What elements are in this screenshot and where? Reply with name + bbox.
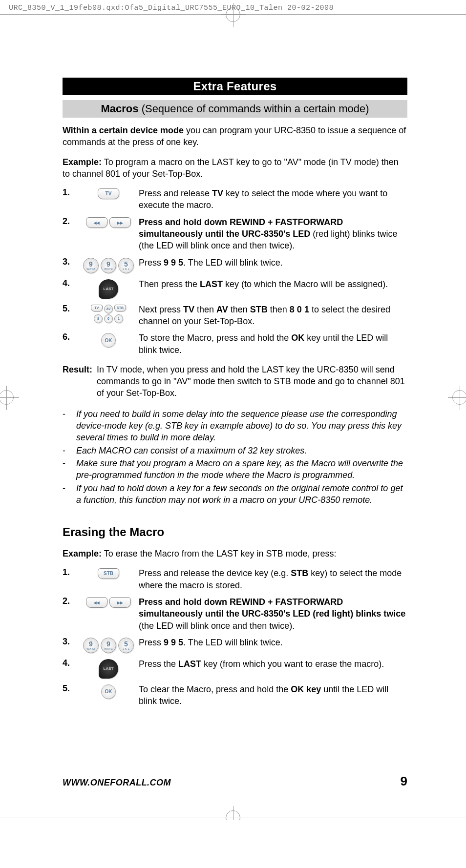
step-row: 4. LAST Then press the LAST key (to whic… xyxy=(63,278,407,299)
section-title-bar: Extra Features xyxy=(63,78,407,95)
example-paragraph: Example: To program a macro on the LAST … xyxy=(63,156,407,180)
footer-url: WWW.ONEFORALL.COM xyxy=(63,778,171,788)
digit-9-key-icon: 9WXYZ xyxy=(83,258,99,273)
page-footer: WWW.ONEFORALL.COM 9 xyxy=(0,735,466,799)
step-text: Press and hold down REWIND + FASTFORWARD… xyxy=(139,596,407,632)
digit-0-key-icon: 0 xyxy=(104,314,113,323)
step-text: Press 9 9 5. The LED will blink twice. xyxy=(139,637,407,653)
step-text: Press 9 9 5. The LED will blink twice. xyxy=(139,257,407,273)
last-key-icon: LAST xyxy=(99,279,118,299)
registration-mark-icon xyxy=(452,390,466,405)
intro-bold: Within a certain device mode xyxy=(63,125,184,135)
note-text: Make sure that you program a Macro on a … xyxy=(76,457,407,481)
step-number: 3. xyxy=(63,257,78,273)
crop-marks-bottom xyxy=(0,799,466,818)
step-number: 2. xyxy=(63,216,78,252)
erase-steps-list: 1. STB Press and release the device key … xyxy=(63,567,407,707)
step-text: To clear the Macro, press and hold the O… xyxy=(139,683,407,707)
note-item: - If you need to build in some delay int… xyxy=(63,408,407,444)
note-text: Each MACRO can consist of a maximum of 3… xyxy=(76,445,307,456)
step-row: 4. LAST Press the LAST key (from which y… xyxy=(63,658,407,679)
erase-heading: Erasing the Macro xyxy=(63,525,407,539)
step-row: 6. OK To store the Macro, press and hold… xyxy=(63,332,407,356)
step-text: Press and release TV key to select the m… xyxy=(139,187,407,211)
step-number: 3. xyxy=(63,637,78,653)
step-row: 5. TV AV STB 8 0 1 Next press TV then AV… xyxy=(63,304,407,328)
step-row: 1. TV Press and release TV key to select… xyxy=(63,187,407,211)
step-number: 5. xyxy=(63,683,78,707)
last-key-icon: LAST xyxy=(99,659,118,679)
subsection-rest: (Sequence of commands within a certain m… xyxy=(139,103,369,115)
page-body: Extra Features Macros (Sequence of comma… xyxy=(0,34,466,735)
step-icon: LAST xyxy=(78,658,139,679)
step-icon: LAST xyxy=(78,278,139,299)
result-paragraph: Result: In TV mode, when you press and h… xyxy=(63,364,407,399)
registration-mark-icon xyxy=(226,810,240,820)
intro-paragraph: Within a certain device mode you can pro… xyxy=(63,124,407,148)
step-text: Press the LAST key (from which you want … xyxy=(139,658,407,679)
step-icon xyxy=(78,216,139,252)
step-row: 3. 9WXYZ 9WXYZ 5J K L Press 9 9 5. The L… xyxy=(63,637,407,653)
digit-9-key-icon: 9WXYZ xyxy=(83,638,99,653)
ok-key-icon: OK xyxy=(101,333,116,348)
digit-9-key-icon: 9WXYZ xyxy=(101,258,116,273)
result-label: Result: xyxy=(63,364,97,399)
note-item: - Each MACRO can consist of a maximum of… xyxy=(63,445,407,456)
step-number: 4. xyxy=(63,658,78,679)
step-icon: STB xyxy=(78,567,139,591)
note-dash: - xyxy=(63,408,76,444)
step-number: 1. xyxy=(63,567,78,591)
digit-5-key-icon: 5J K L xyxy=(118,258,134,273)
step-text: Press and release the device key (e.g. S… xyxy=(139,567,407,591)
step-icon xyxy=(78,596,139,632)
erase-example-bold: Example: xyxy=(63,549,102,558)
result-text: In TV mode, when you press and hold the … xyxy=(97,364,407,399)
example-rest: To program a macro on the LAST key to go… xyxy=(63,157,399,179)
step-row: 1. STB Press and release the device key … xyxy=(63,567,407,591)
step-row: 3. 9WXYZ 9WXYZ 5J K L Press 9 9 5. The L… xyxy=(63,257,407,273)
step-text: Press and hold down REWIND + FASTFORWARD… xyxy=(139,216,407,252)
digit-5-key-icon: 5J K L xyxy=(118,638,134,653)
step-row: 2. Press and hold down REWIND + FASTFORW… xyxy=(63,216,407,252)
example-bold: Example: xyxy=(63,157,102,167)
note-dash: - xyxy=(63,445,76,456)
step-row: 5. OK To clear the Macro, press and hold… xyxy=(63,683,407,707)
note-text: If you had to hold down a key for a few … xyxy=(76,482,407,506)
step-number: 5. xyxy=(63,304,78,328)
rewind-key-icon xyxy=(86,217,107,228)
step-icon: OK xyxy=(78,332,139,356)
ok-key-icon: OK xyxy=(101,684,116,699)
step-number: 4. xyxy=(63,278,78,299)
fastforward-key-icon xyxy=(109,217,131,228)
step-icon: TV AV STB 8 0 1 xyxy=(78,304,139,328)
tv-key-icon: TV xyxy=(98,188,119,199)
fastforward-key-icon xyxy=(109,597,131,608)
step-icon: TV xyxy=(78,187,139,211)
digit-9-key-icon: 9WXYZ xyxy=(101,638,116,653)
registration-mark-icon xyxy=(0,390,14,405)
erase-example-rest: To erase the Macro from the LAST key in … xyxy=(102,549,337,558)
step-text: Then press the LAST key (to which the Ma… xyxy=(139,278,407,299)
digit-8-key-icon: 8 xyxy=(94,314,103,323)
step-number: 2. xyxy=(63,596,78,632)
note-item: - Make sure that you program a Macro on … xyxy=(63,457,407,481)
rewind-key-icon xyxy=(86,597,107,608)
macro-steps-list: 1. TV Press and release TV key to select… xyxy=(63,187,407,356)
crop-marks-top xyxy=(0,14,466,34)
av-key-icon: AV xyxy=(104,305,113,313)
notes-list: - If you need to build in some delay int… xyxy=(63,408,407,506)
step-icon: 9WXYZ 9WXYZ 5J K L xyxy=(78,257,139,273)
note-dash: - xyxy=(63,482,76,506)
page-number: 9 xyxy=(401,774,407,789)
step-number: 6. xyxy=(63,332,78,356)
registration-mark-icon xyxy=(226,7,240,22)
tv-key-icon: TV xyxy=(91,305,103,311)
stb-key-icon: STB xyxy=(98,568,119,579)
subsection-bar: Macros (Sequence of commands within a ce… xyxy=(63,100,407,118)
digit-1-key-icon: 1 xyxy=(114,314,123,323)
step-text: To store the Macro, press and hold the O… xyxy=(139,332,407,356)
step-number: 1. xyxy=(63,187,78,211)
stb-key-icon: STB xyxy=(114,305,126,311)
step-text: Next press TV then AV then STB then 8 0 … xyxy=(139,304,407,328)
note-dash: - xyxy=(63,457,76,481)
